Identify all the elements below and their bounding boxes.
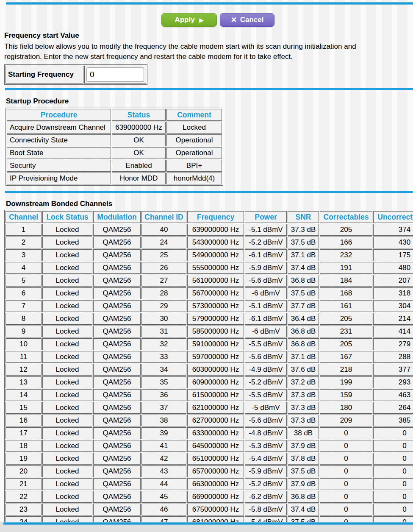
table-cell: 42 [141, 453, 186, 465]
table-cell: QAM256 [93, 427, 141, 439]
table-cell: Security [7, 160, 111, 172]
action-button-row: Apply▶ ✕Cancel [23, 13, 413, 27]
table-cell: QAM256 [93, 338, 141, 350]
table-cell: 37.3 dB [288, 415, 319, 426]
table-cell: 430 [373, 237, 413, 248]
table-cell: 218 [320, 364, 372, 376]
table-cell: 0 [373, 465, 413, 477]
table-cell: 543000000 Hz [187, 237, 244, 248]
table-cell: 166 [320, 237, 372, 248]
table-cell: -6.1 dBmV [245, 313, 287, 325]
table-cell: 37.3 dB [288, 402, 319, 414]
table-cell: 26 [141, 262, 186, 274]
table-cell: -5.2 dBmV [245, 376, 287, 388]
table-row: Boot StateOKOperational [7, 147, 222, 159]
table-cell: 480 [373, 262, 413, 274]
table-cell: Locked [42, 453, 92, 465]
table-cell: -5 dBmV [245, 402, 287, 414]
column-header: Frequency [187, 211, 244, 223]
table-cell: 37.8 dB [288, 453, 319, 465]
table-cell: QAM256 [93, 440, 141, 452]
table-cell: 5 [6, 275, 42, 287]
table-cell: 0 [373, 504, 413, 515]
starting-frequency-cell [84, 66, 146, 84]
table-cell: 205 [320, 224, 372, 236]
table-cell: 205 [320, 313, 372, 325]
table-cell: QAM256 [93, 504, 141, 515]
table-cell: Locked [42, 300, 92, 312]
table-cell: QAM256 [93, 326, 141, 337]
table-cell: 37 [141, 402, 186, 414]
table-cell: QAM256 [93, 313, 141, 325]
table-cell: QAM256 [93, 224, 141, 236]
table-cell: 651000000 Hz [187, 453, 244, 465]
top-separator-rule [6, 2, 413, 5]
table-cell: Locked [42, 491, 92, 503]
table-cell: QAM256 [93, 453, 141, 465]
table-cell: OK [112, 134, 166, 146]
table-cell: 279 [373, 338, 413, 350]
column-header: Comment [166, 109, 222, 121]
table-row: 20LockedQAM25643657000000 Hz-5.9 dBmV37.… [6, 465, 413, 477]
table-cell: 36 [141, 389, 186, 401]
table-cell: BPI+ [166, 160, 222, 172]
table-cell: 0 [373, 453, 413, 465]
table-cell: 11 [6, 351, 42, 363]
column-header: Channel ID [141, 211, 186, 223]
table-row: SecurityEnabledBPI+ [7, 160, 222, 172]
table-cell: Locked [166, 122, 222, 134]
table-cell: -4.9 dBmV [245, 364, 287, 376]
table-cell: 17 [6, 427, 42, 439]
table-cell: -6.1 dBmV [245, 249, 287, 261]
table-cell: 43 [141, 465, 186, 477]
table-cell: QAM256 [93, 389, 141, 401]
table-cell: Locked [42, 478, 92, 490]
table-cell: 24 [141, 237, 186, 248]
apply-button[interactable]: Apply▶ [161, 13, 217, 27]
table-cell: 567000000 Hz [187, 287, 244, 299]
table-cell: 231 [320, 326, 372, 337]
table-cell: Locked [42, 237, 92, 248]
table-cell: 191 [320, 262, 372, 274]
column-header: Power [245, 211, 287, 223]
table-cell: QAM256 [93, 364, 141, 376]
table-cell: 669000000 Hz [187, 491, 244, 503]
table-cell: 6 [6, 287, 42, 299]
table-cell: 15 [6, 402, 42, 414]
table-cell: QAM256 [93, 491, 141, 503]
table-row: 6LockedQAM25628567000000 Hz-6 dBmV37.5 d… [6, 287, 413, 299]
downstream-channels-header-row: ChannelLock StatusModulationChannel IDFr… [6, 211, 413, 223]
table-cell: 585000000 Hz [187, 326, 244, 337]
table-cell: -5.4 dBmV [245, 453, 287, 465]
starting-frequency-input[interactable] [86, 67, 144, 82]
column-header: Lock Status [42, 211, 92, 223]
table-cell: 28 [141, 287, 186, 299]
table-cell: 7 [6, 300, 42, 312]
table-cell: -4.8 dBmV [245, 427, 287, 439]
table-row: 11LockedQAM25633597000000 Hz-5.6 dBmV37.… [6, 351, 413, 363]
table-cell: 555000000 Hz [187, 262, 244, 274]
table-cell: 37.5 dB [288, 237, 319, 248]
table-cell: Locked [42, 427, 92, 439]
frequency-section-description: This field below allows you to modify th… [4, 42, 410, 62]
table-cell: 209 [320, 415, 372, 426]
table-cell: Locked [42, 364, 92, 376]
table-row: Connectivity StateOKOperational [7, 134, 222, 146]
table-cell: 0 [320, 440, 372, 452]
table-row: 13LockedQAM25635609000000 Hz-5.2 dBmV37.… [6, 376, 413, 388]
table-cell: -5.5 dBmV [245, 338, 287, 350]
table-cell: 645000000 Hz [187, 440, 244, 452]
table-cell: 31 [141, 326, 186, 337]
table-cell: -5.6 dBmV [245, 415, 287, 426]
table-cell: Locked [42, 287, 92, 299]
table-cell: -5.6 dBmV [245, 351, 287, 363]
table-cell: 0 [320, 465, 372, 477]
cancel-button[interactable]: ✕Cancel [220, 13, 274, 27]
table-cell: 603000000 Hz [187, 364, 244, 376]
table-cell: -5.3 dBmV [245, 440, 287, 452]
table-cell: Locked [42, 275, 92, 287]
starting-frequency-table: Starting Frequency [4, 64, 147, 85]
table-cell: 23 [6, 504, 42, 515]
table-cell: 37.9 dB [288, 478, 319, 490]
table-cell: 37.1 dB [288, 249, 319, 261]
